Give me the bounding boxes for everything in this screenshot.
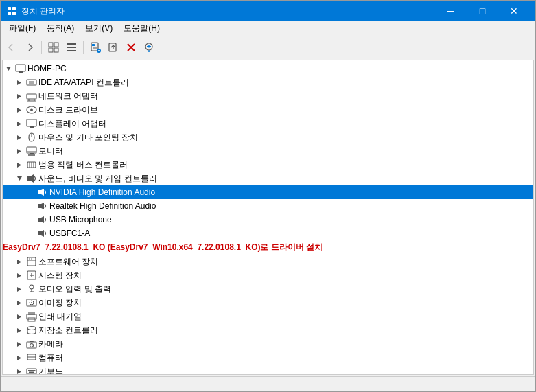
expand-icon-disk[interactable] — [14, 104, 25, 115]
tree-item-realtek[interactable]: Realtek High Definition Audio — [3, 199, 533, 213]
device-label-ide-ata: IDE ATA/ATAPI 컨트롤러 — [38, 77, 129, 89]
svg-rect-95 — [34, 370, 36, 371]
device-icon-software — [26, 256, 37, 267]
svg-marker-55 — [17, 176, 22, 181]
menu-bar: 파일(F) 동작(A) 보기(V) 도움말(H) — [1, 21, 535, 36]
expand-icon-imaging[interactable] — [14, 297, 25, 308]
title-bar: 장치 관리자 ─ □ ✕ — [1, 1, 535, 21]
update-driver-button[interactable] — [105, 39, 121, 56]
tree-item-mouse[interactable]: 마우스 및 기타 포인팅 장치 — [3, 130, 533, 144]
expand-icon-sound[interactable] — [14, 173, 25, 184]
tree-item-storage[interactable]: 저장소 컨트롤러 — [3, 323, 533, 337]
device-tree[interactable]: HOME-PCIDE ATA/ATAPI 컨트롤러네트워크 어댑터디스크 드라이… — [2, 60, 534, 375]
expand-icon-nvidia[interactable] — [25, 187, 36, 198]
device-label-keyboard: 키보드 — [38, 366, 63, 376]
expand-icon-software[interactable] — [14, 256, 25, 267]
svg-rect-92 — [28, 370, 30, 371]
svg-marker-82 — [17, 328, 21, 333]
svg-rect-6 — [49, 48, 53, 52]
expand-icon-usbfc1[interactable] — [25, 228, 36, 239]
expand-icon-display[interactable] — [14, 118, 25, 129]
menu-help[interactable]: 도움말(H) — [118, 21, 165, 36]
device-label-home-pc: HOME-PC — [27, 64, 67, 73]
minimize-button[interactable]: ─ — [435, 1, 467, 21]
expand-icon-audio-io[interactable] — [14, 284, 25, 295]
window-title: 장치 관리자 — [21, 5, 435, 17]
tree-item-keyboard[interactable]: 키보드 — [3, 365, 533, 375]
close-button[interactable]: ✕ — [498, 1, 530, 21]
tree-item-print-queue[interactable]: 인쇄 대기열 — [3, 310, 533, 323]
tree-item-display[interactable]: 디스플레이 어댑터 — [3, 117, 533, 130]
svg-point-77 — [31, 302, 32, 303]
device-label-disk: 디스크 드라이브 — [38, 104, 98, 116]
device-icon-print-queue — [26, 311, 37, 322]
tree-item-system[interactable]: 시스템 장치 — [3, 268, 533, 282]
scan-button[interactable] — [141, 39, 157, 56]
svg-rect-2 — [8, 12, 11, 15]
device-label-storage: 저장소 컨트롤러 — [38, 325, 98, 336]
svg-rect-93 — [30, 370, 32, 371]
svg-rect-33 — [27, 94, 36, 99]
svg-rect-7 — [54, 48, 58, 52]
expand-icon-computer2[interactable] — [14, 352, 25, 363]
svg-marker-61 — [17, 260, 21, 264]
expand-icon-usb-mic[interactable] — [25, 214, 36, 225]
expand-icon-storage[interactable] — [14, 325, 25, 336]
tree-item-monitor[interactable]: 모니터 — [3, 144, 533, 158]
tree-item-software[interactable]: 소프트웨어 장치 — [3, 255, 533, 268]
expand-icon-keyboard[interactable] — [14, 366, 25, 375]
properties-button[interactable] — [87, 39, 104, 56]
tree-item-computer2[interactable]: 컴퓨터 — [3, 351, 533, 365]
svg-point-39 — [30, 109, 33, 111]
svg-marker-40 — [17, 122, 21, 126]
tree-item-usbfc1[interactable]: USBFC1-A — [3, 227, 533, 240]
tree-item-imaging[interactable]: 이미징 장치 — [3, 296, 533, 310]
device-icon-ide-ata — [26, 77, 37, 88]
back-button[interactable] — [3, 39, 20, 56]
tree-item-ide-ata[interactable]: IDE ATA/ATAPI 컨트롤러 — [3, 76, 533, 89]
expand-icon-print-queue[interactable] — [14, 311, 25, 322]
maximize-button[interactable]: □ — [467, 1, 498, 21]
tree-item-network[interactable]: 네트워크 어댑터 — [3, 89, 533, 103]
tree-item-bus[interactable]: 범용 직렬 버스 컨트롤러 — [3, 158, 533, 172]
svg-marker-37 — [17, 108, 21, 113]
svg-rect-59 — [38, 218, 41, 222]
expand-icon-home-pc[interactable] — [3, 63, 14, 74]
expand-icon-system[interactable] — [14, 270, 25, 281]
device-icon-keyboard — [26, 366, 37, 375]
expand-icon-monitor[interactable] — [14, 146, 25, 157]
tree-item-disk[interactable]: 디스크 드라이브 — [3, 103, 533, 117]
expand-icon-ide-ata[interactable] — [14, 77, 25, 88]
device-icon-imaging — [26, 297, 37, 308]
expand-icon-realtek[interactable] — [25, 200, 36, 211]
menu-view[interactable]: 보기(V) — [80, 21, 118, 36]
delete-button[interactable] — [123, 39, 139, 56]
tree-item-home-pc[interactable]: HOME-PC — [3, 62, 533, 76]
tree-item-nvidia[interactable]: NVIDIA High Definition Audio — [3, 185, 533, 199]
expand-icon-network[interactable] — [14, 91, 25, 102]
svg-marker-50 — [17, 163, 21, 168]
device-label-mouse: 마우스 및 기타 포인팅 장치 — [38, 132, 138, 143]
tree-item-audio-io[interactable]: 오디오 입력 및 출력 — [3, 282, 533, 296]
device-icon-network — [26, 91, 37, 102]
device-icon-usb-mic — [37, 214, 48, 225]
svg-rect-29 — [27, 80, 36, 85]
tree-item-sound[interactable]: 사운드, 비디오 및 게임 컨트롤러 — [3, 172, 533, 185]
forward-button[interactable] — [21, 39, 38, 56]
svg-rect-5 — [54, 43, 58, 47]
device-icon-home-pc — [15, 63, 26, 74]
expand-icon-bus[interactable] — [14, 159, 25, 170]
show-all-button[interactable] — [45, 39, 62, 56]
svg-marker-32 — [17, 94, 21, 99]
driver-install-message: EasyDrv7_7.22.0108.1_KO (EasyDrv7_Win10.… — [3, 240, 533, 255]
menu-file[interactable]: 파일(F) — [3, 21, 41, 36]
svg-rect-48 — [30, 153, 34, 154]
expand-icon-mouse[interactable] — [14, 132, 25, 143]
expand-icon-camera[interactable] — [14, 338, 25, 349]
svg-rect-26 — [19, 71, 23, 73]
tree-item-usb-mic[interactable]: USB Microphone — [3, 213, 533, 227]
menu-action[interactable]: 동작(A) — [41, 21, 80, 36]
tree-item-camera[interactable]: 카메라 — [3, 337, 533, 351]
view-button[interactable] — [63, 39, 80, 56]
device-label-network: 네트워크 어댑터 — [38, 91, 98, 102]
